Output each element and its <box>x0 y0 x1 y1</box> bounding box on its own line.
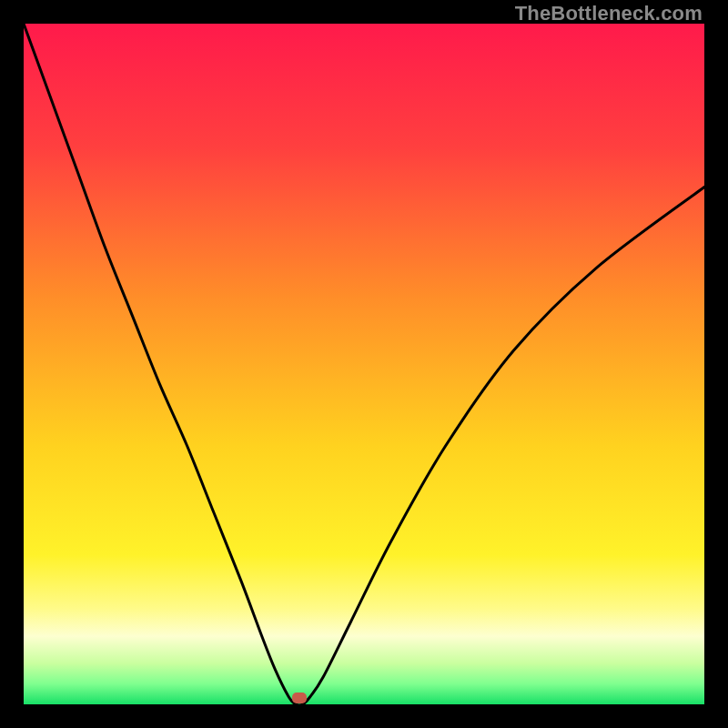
chart-frame: TheBottleneck.com <box>0 0 728 728</box>
optimal-point-marker <box>292 693 307 703</box>
bottleneck-curve <box>24 24 704 704</box>
plot-area <box>24 24 704 704</box>
watermark-text: TheBottleneck.com <box>515 2 703 25</box>
